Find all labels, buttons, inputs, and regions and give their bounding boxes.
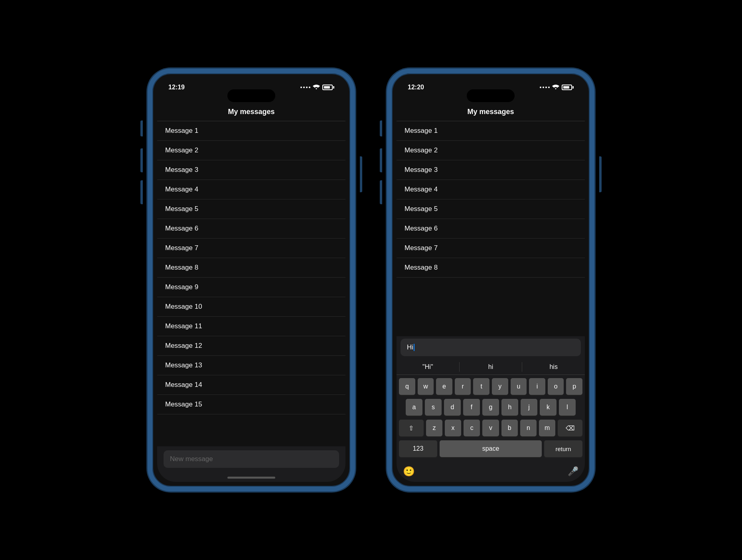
numbers-key[interactable]: 123: [399, 440, 437, 457]
key-i[interactable]: i: [529, 378, 545, 395]
return-key[interactable]: return: [544, 440, 582, 457]
phone-2: 12:20: [387, 69, 594, 491]
battery-icon: [322, 85, 334, 90]
key-x[interactable]: x: [445, 420, 461, 436]
key-p[interactable]: p: [566, 378, 582, 395]
message-item[interactable]: Message 7: [157, 239, 345, 258]
message-item[interactable]: Message 1: [397, 121, 585, 141]
time-1: 12:19: [168, 84, 185, 91]
autocomplete-bar: "Hi" hi his: [397, 359, 585, 375]
message-item[interactable]: Message 12: [157, 336, 345, 356]
message-item[interactable]: Message 2: [157, 141, 345, 160]
key-y[interactable]: y: [492, 378, 508, 395]
key-z[interactable]: z: [426, 420, 442, 436]
volume-up-button[interactable]: [140, 148, 143, 172]
key-k[interactable]: k: [540, 399, 556, 416]
key-d[interactable]: d: [444, 399, 461, 416]
message-item[interactable]: Message 14: [157, 375, 345, 395]
message-item[interactable]: Message 6: [397, 219, 585, 239]
volume-down-button-2[interactable]: [380, 180, 382, 204]
key-e[interactable]: e: [436, 378, 452, 395]
input-bar-1: New message: [157, 446, 345, 473]
key-v[interactable]: v: [482, 420, 499, 436]
input-value: Hi: [407, 343, 413, 351]
message-item[interactable]: Message 13: [157, 356, 345, 375]
message-item[interactable]: Message 8: [157, 258, 345, 278]
phone-screen-2: 12:20: [397, 78, 585, 482]
status-icons-2: [540, 85, 574, 90]
keyboard-bottom: 🙂 🎤: [397, 463, 585, 482]
dynamic-island-2: [467, 89, 515, 102]
message-item[interactable]: Message 1: [157, 121, 345, 141]
home-bar-1: [227, 477, 275, 479]
signal-icon-2: [540, 87, 550, 88]
key-n[interactable]: n: [520, 420, 537, 436]
keyboard: q w e r t y u i o p a s: [397, 375, 585, 463]
message-item[interactable]: Message 5: [157, 199, 345, 219]
nav-header-1: My messages: [157, 105, 345, 121]
screen-title-2: My messages: [467, 108, 514, 116]
key-r[interactable]: r: [455, 378, 471, 395]
microphone-button[interactable]: 🎤: [568, 466, 578, 477]
autocomplete-item-3[interactable]: his: [522, 362, 585, 372]
message-item[interactable]: Message 3: [397, 160, 585, 180]
key-b[interactable]: b: [501, 420, 518, 436]
key-w[interactable]: w: [418, 378, 434, 395]
home-indicator-1: [157, 473, 345, 482]
key-j[interactable]: j: [521, 399, 537, 416]
message-list-2: Message 1Message 2Message 3Message 4Mess…: [397, 121, 585, 336]
message-item[interactable]: Message 9: [157, 278, 345, 297]
key-o[interactable]: o: [548, 378, 564, 395]
status-icons-1: [300, 85, 334, 90]
keyboard-row-4: 123 space return: [399, 440, 582, 457]
key-f[interactable]: f: [463, 399, 480, 416]
screen-title-1: My messages: [228, 108, 274, 116]
message-item[interactable]: Message 6: [157, 219, 345, 239]
key-h[interactable]: h: [501, 399, 518, 416]
key-s[interactable]: s: [425, 399, 442, 416]
message-item[interactable]: Message 3: [157, 160, 345, 180]
message-item[interactable]: Message 4: [157, 180, 345, 199]
key-q[interactable]: q: [399, 378, 415, 395]
signal-icon: [300, 87, 310, 88]
message-item[interactable]: Message 4: [397, 180, 585, 199]
shift-key[interactable]: ⇧: [399, 420, 424, 436]
delete-key[interactable]: ⌫: [558, 420, 582, 436]
message-item[interactable]: Message 7: [397, 239, 585, 258]
autocomplete-item-1[interactable]: "Hi": [397, 362, 459, 372]
key-a[interactable]: a: [406, 399, 422, 416]
time-2: 12:20: [408, 84, 424, 91]
autocomplete-item-2[interactable]: hi: [460, 362, 522, 372]
message-item[interactable]: Message 10: [157, 297, 345, 317]
space-key[interactable]: space: [440, 440, 542, 457]
keyboard-row-1: q w e r t y u i o p: [399, 378, 582, 395]
message-text-field[interactable]: Hi: [401, 339, 581, 356]
key-g[interactable]: g: [482, 399, 499, 416]
new-message-input-1[interactable]: New message: [164, 450, 339, 468]
text-cursor: [414, 344, 414, 351]
key-t[interactable]: t: [473, 378, 489, 395]
key-u[interactable]: u: [511, 378, 527, 395]
volume-down-button[interactable]: [140, 180, 143, 204]
power-button-2[interactable]: [599, 156, 602, 192]
key-c[interactable]: c: [464, 420, 480, 436]
silent-button[interactable]: [140, 120, 143, 136]
phone-frame-2: 12:20: [387, 69, 594, 491]
power-button[interactable]: [360, 156, 362, 192]
key-m[interactable]: m: [539, 420, 555, 436]
key-l[interactable]: l: [559, 399, 576, 416]
message-item[interactable]: Message 8: [397, 258, 585, 278]
volume-up-button-2[interactable]: [380, 148, 382, 172]
message-item[interactable]: Message 11: [157, 317, 345, 336]
nav-header-2: My messages: [397, 105, 585, 121]
silent-button-2[interactable]: [380, 120, 382, 136]
phone-1: 12:19: [148, 69, 355, 491]
message-item[interactable]: Message 2: [397, 141, 585, 160]
wifi-icon: [313, 85, 320, 90]
dynamic-island-1: [227, 89, 275, 102]
message-item[interactable]: Message 15: [157, 395, 345, 414]
phone-frame-1: 12:19: [148, 69, 355, 491]
message-item[interactable]: Message 5: [397, 199, 585, 219]
battery-icon-2: [562, 85, 574, 90]
emoji-button[interactable]: 🙂: [403, 466, 415, 477]
